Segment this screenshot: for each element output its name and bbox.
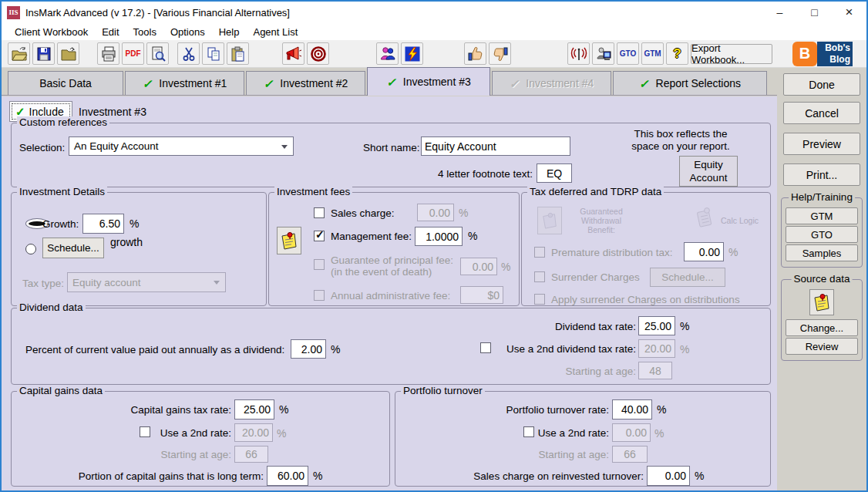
done-button[interactable]: Done	[783, 73, 860, 96]
apply-surrender-label: Apply surrender Charges on distributions	[551, 294, 740, 305]
source-note-button[interactable]	[809, 289, 834, 315]
tab-investment-2[interactable]: Investment #2	[246, 71, 365, 95]
surrender-charges-label: Surrender Charges	[551, 271, 640, 283]
calc-logic-button	[693, 204, 718, 231]
turnover-rate-input[interactable]: 40.00	[612, 399, 652, 420]
paste-button[interactable]	[227, 42, 249, 65]
selection-label: Selection:	[19, 142, 65, 153]
cg-second-rate-checkbox[interactable]	[140, 426, 150, 437]
quick-calc-button[interactable]	[401, 42, 423, 65]
dividend-tax-rate-label: Dividend tax rate:	[482, 321, 636, 332]
capital-gains-rate-input[interactable]: 25.00	[234, 399, 274, 420]
reinvested-charge-input[interactable]: 0.00	[647, 466, 690, 486]
preview-button[interactable]: Preview	[783, 133, 860, 155]
cg-second-rate-label: Use a 2nd rate:	[155, 427, 231, 439]
schedule-growth-button[interactable]: Schedule...	[42, 238, 104, 258]
admin-fee-checkbox	[314, 290, 325, 301]
antenna-icon	[570, 45, 587, 62]
tab-investment-1[interactable]: Investment #1	[125, 71, 244, 95]
menu-options[interactable]: Options	[163, 26, 212, 38]
print-button[interactable]	[97, 42, 119, 65]
footnote-label: 4 letter footnote text:	[374, 168, 533, 180]
percent-sign: %	[279, 403, 288, 416]
save-workbook-button[interactable]	[32, 42, 55, 65]
menu-agent-list[interactable]: Agent List	[246, 26, 304, 38]
samples-button[interactable]: Samples	[786, 244, 858, 261]
scissors-icon	[180, 45, 197, 62]
pt-second-rate-label: Use a 2nd rate:	[533, 427, 609, 439]
open-workbook-button[interactable]	[8, 42, 30, 65]
management-fee-input[interactable]: 1.0000	[415, 227, 463, 246]
management-fee-checkbox[interactable]	[314, 231, 325, 241]
group-title: Portfolio turnover	[401, 385, 485, 396]
fees-note-button[interactable]	[277, 227, 301, 254]
sales-charge-checkbox[interactable]	[314, 207, 325, 218]
chevron-down-icon	[281, 145, 288, 149]
long-term-input[interactable]: 60.00	[267, 466, 308, 486]
gto-side-button[interactable]: GTO	[786, 226, 858, 243]
short-name-input[interactable]: Equity Account	[421, 136, 570, 156]
second-dividend-rate-checkbox[interactable]	[480, 342, 491, 353]
review-button[interactable]: Review	[786, 338, 858, 355]
admin-fee-input: $0	[460, 286, 503, 304]
bobs-blog-button[interactable]: B Bob'sBlog	[792, 42, 853, 66]
gto-button[interactable]: GTO	[617, 42, 639, 65]
dividend-tax-rate-input[interactable]: 25.00	[638, 316, 675, 335]
help-question-icon: ?	[673, 46, 681, 62]
broadcast-button[interactable]	[567, 42, 590, 65]
cg-second-rate-input: 20.00	[234, 423, 273, 442]
copy-pages-icon	[205, 45, 222, 62]
gwb-button	[537, 207, 562, 234]
side-panel: Done Cancel Preview Print... Help/Traini…	[777, 68, 866, 490]
support-button[interactable]	[592, 42, 614, 65]
thumbs-down-button[interactable]	[489, 42, 511, 65]
agents-button[interactable]	[376, 42, 399, 65]
gtm-button[interactable]: GTM	[641, 42, 664, 65]
change-button[interactable]: Change...	[786, 319, 858, 336]
export-workbook-button[interactable]: Export Workbook...	[691, 44, 772, 64]
dividend-data-group: Dividend data Percent of current value p…	[11, 308, 771, 385]
long-term-label: Portion of capital gains that is long te…	[31, 470, 264, 482]
dividend-paid-input[interactable]: 2.00	[291, 339, 326, 359]
target-icon	[310, 45, 327, 62]
menu-edit[interactable]: Edit	[95, 26, 126, 38]
turnover-rate-label: Portfolio turnover rate:	[434, 404, 609, 416]
maximize-button[interactable]: □	[797, 2, 832, 23]
tab-basic-data[interactable]: Basic Data	[8, 71, 123, 95]
schedule-radio[interactable]	[25, 244, 36, 254]
menu-help[interactable]: Help	[212, 26, 247, 38]
calculator-icon	[695, 206, 715, 229]
investment-details-group: Investment Details Growth: 6.50 % Schedu…	[11, 192, 267, 306]
pdf-button[interactable]: PDF	[122, 42, 144, 65]
premature-tax-input: 0.00	[684, 242, 724, 261]
tab-report-selections[interactable]: Report Selections	[613, 71, 767, 95]
target-button[interactable]	[307, 42, 329, 65]
selection-dropdown[interactable]: An Equity Account	[69, 136, 294, 156]
dividend-paid-label: Percent of current value paid out annual…	[25, 344, 284, 356]
gto-icon: GTO	[620, 49, 636, 58]
megaphone-icon	[285, 45, 302, 62]
footnote-input[interactable]: EQ	[537, 163, 572, 183]
close-button[interactable]: ×	[832, 2, 866, 23]
announce-button[interactable]	[282, 42, 304, 65]
growth-rate-input[interactable]: 6.50	[82, 214, 124, 234]
guarantee-fee-label: Guarantee of principal fee:(in the event…	[331, 254, 453, 278]
print-button-side[interactable]: Print...	[783, 163, 860, 186]
surrender-charges-checkbox	[534, 271, 545, 282]
cut-button[interactable]	[177, 42, 200, 65]
minimize-button[interactable]: –	[762, 2, 797, 23]
menu-tools[interactable]: Tools	[126, 26, 163, 38]
cancel-button[interactable]: Cancel	[783, 102, 860, 124]
menu-client-workbook[interactable]: Client Workbook	[8, 26, 95, 38]
capital-gains-group: Capital gains data Capital gains tax rat…	[11, 391, 390, 487]
thumbs-up-button[interactable]	[464, 42, 486, 65]
close-workbook-button[interactable]	[57, 42, 79, 65]
copy-button[interactable]	[202, 42, 224, 65]
print-preview-button[interactable]	[146, 42, 169, 65]
gtm-side-button[interactable]: GTM	[786, 207, 858, 224]
save-floppy-icon	[35, 45, 52, 62]
cg-age-input: 66	[234, 446, 268, 463]
help-button[interactable]: ?	[666, 42, 688, 65]
tab-investment-3[interactable]: Investment #3	[367, 67, 490, 96]
report-space-note: This box reflects the space on your repo…	[587, 128, 775, 153]
